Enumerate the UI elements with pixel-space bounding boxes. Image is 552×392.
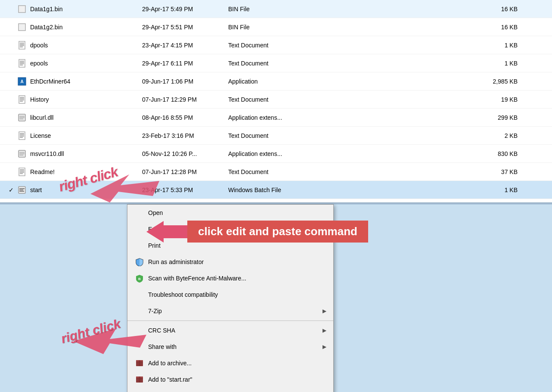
table-row[interactable]: ✓start23-Apr-17 5:33 PMWindows Batch Fil… [0,181,552,199]
context-menu-item-print[interactable]: Print [127,237,333,254]
file-type: Text Document [228,96,314,103]
menu-item-label: Open [148,209,163,216]
table-row[interactable]: Readme!07-Jun-17 12:28 PMText Document37… [0,163,552,181]
table-row[interactable]: libcurl.dll08-Apr-16 8:55 PMApplication … [0,109,552,127]
table-row[interactable]: epools29-Apr-17 6:11 PMText Document1 KB [0,54,552,72]
context-menu-item-crcsha[interactable]: CRC SHA▶ [127,322,333,339]
svg-rect-0 [19,6,25,12]
context-menu-item-sharewith[interactable]: Share with▶ [127,339,333,355]
menu-item-label: CRC SHA [148,327,175,334]
context-menu-item-troubleshoot[interactable]: Troubleshoot compatibility [127,286,333,303]
app-icon: A [18,77,26,86]
file-size: 19 KB [314,96,543,103]
table-row[interactable]: History07-Jun-17 12:29 PMText Document19… [0,90,552,109]
text-icon [19,59,25,68]
file-size: 830 KB [314,150,543,157]
file-type: Application extens... [228,150,314,157]
file-size: 2 KB [314,132,543,139]
file-date: 29-Apr-17 5:51 PM [142,24,228,31]
file-type: Text Document [228,60,314,67]
table-row[interactable]: AEthDcrMiner6409-Jun-17 1:06 PMApplicati… [0,72,552,90]
file-name: License [30,132,142,139]
file-icon: A [17,77,27,86]
file-date: 08-Apr-16 8:55 PM [142,114,228,121]
file-size: 16 KB [314,6,543,12]
file-size: 1 KB [314,60,543,67]
file-icon [17,149,27,159]
right-click-label: right click [59,316,122,346]
file-name: EthDcrMiner64 [30,78,142,85]
dll-icon [18,114,26,121]
file-icon [17,59,27,68]
file-date: 23-Feb-17 3:16 PM [142,132,228,139]
file-date: 09-Jun-17 1:06 PM [142,78,228,85]
menu-item-label: Share with [148,343,177,350]
svg-rect-14 [19,96,25,103]
context-menu-item-addtoarchive[interactable]: Add to archive... [127,355,333,371]
menu-separator [127,320,333,321]
context-menu-item-edit[interactable]: Edit [127,221,333,237]
file-size: 16 KB [314,24,543,31]
file-icon [17,113,27,122]
file-date: 23-Apr-17 4:15 PM [142,42,228,49]
archive-icon [134,358,145,368]
menu-item-label: Edit [148,226,158,233]
table-row[interactable]: License23-Feb-17 3:16 PMText Document2 K… [0,127,552,145]
file-name: epools [30,60,142,67]
file-type: Application extens... [228,114,314,121]
menu-item-label: Add to "start.rar" [148,376,192,383]
table-row[interactable]: dpools23-Apr-17 4:15 PMText Document1 KB [0,36,552,54]
context-menu: OpenEditPrintRun as administratorBScan w… [127,204,334,392]
bin-icon [18,23,26,31]
menu-item-label: Add to archive... [148,360,192,367]
file-date: 07-Jun-17 12:29 PM [142,96,228,103]
file-date: 29-Apr-17 6:11 PM [142,60,228,67]
file-type: BIN File [228,6,314,12]
file-type: Text Document [228,168,314,175]
archive-icon [134,374,145,385]
file-size: 37 KB [314,168,543,175]
file-icon [17,22,27,32]
context-menu-item-addtorar[interactable]: Add to "start.rar" [127,371,333,388]
file-icon [17,167,27,177]
file-date: 05-Nov-12 10:26 P... [142,150,228,157]
svg-text:A: A [20,79,23,84]
svg-rect-23 [19,132,25,140]
bottom-area: OpenEditPrintRun as administratorBScan w… [0,204,552,392]
text-icon [19,131,25,140]
menu-item-label: 7-Zip [148,308,162,314]
svg-rect-7 [19,59,25,67]
file-name: Data1g2.bin [30,24,142,31]
bat-icon [18,186,26,194]
context-menu-item-compressemail[interactable]: Compress and email... [127,388,333,392]
menu-item-label: Scan with ByteFence Anti-Malware... [148,275,246,282]
file-size: 299 KB [314,114,543,121]
menu-item-label: Troubleshoot compatibility [148,291,218,298]
context-menu-item-runas[interactable]: Run as administrator [127,254,333,270]
file-icon [17,185,27,195]
row-checkmark: ✓ [9,187,17,193]
file-size: 2,985 KB [314,78,543,85]
shield-icon [134,257,145,267]
file-type: Application [228,78,314,85]
table-row[interactable]: Data1g2.bin29-Apr-17 5:51 PMBIN File16 K… [0,18,552,36]
svg-rect-2 [19,41,25,49]
context-menu-item-bytefence[interactable]: BScan with ByteFence Anti-Malware... [127,270,333,286]
context-menu-item-7zip[interactable]: 7-Zip▶ [127,303,333,319]
file-name: Data1g1.bin [30,6,142,12]
file-date: 29-Apr-17 5:49 PM [142,6,228,12]
menu-item-label: Print [148,242,161,249]
file-type: Text Document [228,42,314,49]
table-row[interactable]: Data1g1.bin29-Apr-17 5:49 PMBIN File16 K… [0,0,552,18]
dll-icon [18,150,26,158]
submenu-arrow-icon: ▶ [323,308,326,314]
table-row[interactable]: msvcr110.dll05-Nov-12 10:26 P...Applicat… [0,145,552,163]
file-name: msvcr110.dll [30,150,142,157]
svg-rect-32 [19,168,25,176]
file-name: dpools [30,42,142,49]
file-list: Data1g1.bin29-Apr-17 5:49 PMBIN File16 K… [0,0,552,199]
svg-text:B: B [138,277,141,281]
file-icon [17,95,27,104]
file-icon [17,4,27,14]
context-menu-item-open[interactable]: Open [127,205,333,221]
